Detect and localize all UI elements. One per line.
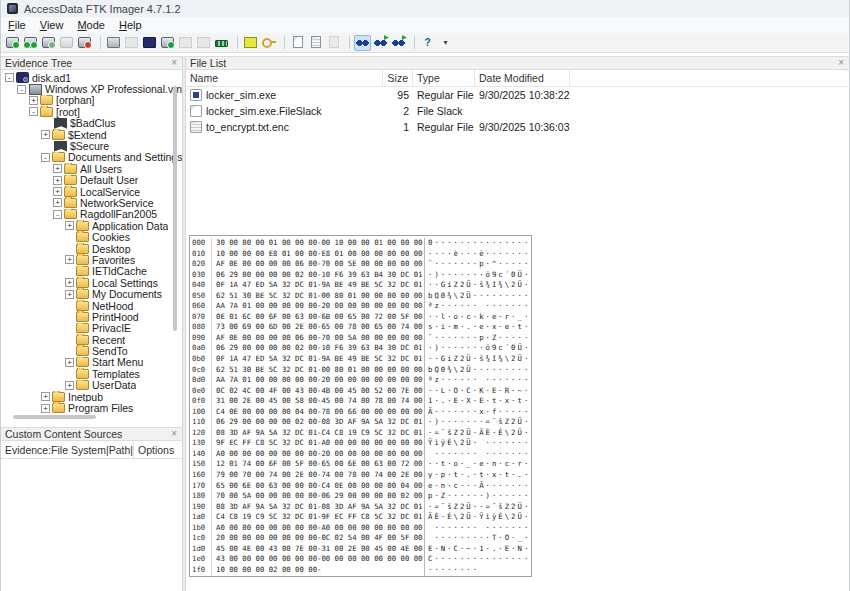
expander-toggle[interactable]: + [29,96,38,105]
hex-row[interactable]: 1a0 C4 C8 19 C9 5C 32 DC 01-9F EC FF C8 … [192,512,531,523]
hex-row[interactable]: 080 73 00 69 00 6D 00 2E 00-65 00 78 00 … [192,322,531,333]
file-row[interactable]: to_encrypt.txt.enc 1 Regular File 9/30/2… [186,119,849,135]
tree-item[interactable]: Recent [1,334,182,345]
tree-item[interactable]: + My Documents [1,288,182,299]
obtain-protected-files[interactable] [177,35,194,51]
export-file-hash-list[interactable] [307,35,324,51]
expander-toggle[interactable]: + [65,290,74,299]
find-next[interactable] [390,35,407,51]
hex-row[interactable]: 050 62 51 30 BE 5C 32 DC 01-00 80 01 00 … [192,291,531,302]
column-size[interactable]: Size [383,70,413,86]
evidence-tree-close-icon[interactable]: × [170,58,178,68]
hex-viewer[interactable]: 000 30 00 00 00 01 00 00 00-00 10 00 00 … [189,235,532,577]
tree-item[interactable]: - Documents and Settings [1,152,182,163]
tree-item[interactable]: + UserData [1,380,182,391]
hex-row[interactable]: 040 0F 1A 47 ED 5A 32 DC 01-9A BE 49 BE … [192,280,531,291]
column-name[interactable]: Name [186,70,383,86]
expander-toggle[interactable]: + [53,198,62,207]
column-type[interactable]: Type [413,70,475,86]
tree-item[interactable]: + Program Files [1,402,182,413]
tree-vertical-scrollbar[interactable] [173,86,177,331]
tree-item[interactable]: - disk.ad1 [1,72,182,83]
expander-toggle[interactable]: + [41,392,50,401]
expander-toggle[interactable]: - [53,210,62,219]
hex-row[interactable]: 1f0 10 00 00 00 02 00 00 00- ········ [192,565,531,576]
column-evidence-path[interactable]: Evidence:File System|Path|File [1,441,134,458]
hex-row[interactable]: 160 79 00 70 00 74 00 2E 00-74 00 78 00 … [192,470,531,481]
hex-row[interactable]: 060 AA 7A 01 00 00 00 00 00-20 00 00 00 … [192,301,531,312]
tree-item[interactable]: IETldCache [1,266,182,277]
hex-row[interactable]: 170 65 00 6E 00 63 00 00 00-C4 0E 00 00 … [192,481,531,492]
custom-content-image[interactable] [141,35,158,51]
help[interactable]: ? [419,35,436,51]
hex-row[interactable]: 0b0 0F 1A 47 ED 5A 32 DC 01-9A BE 49 BE … [192,354,531,365]
tree-item[interactable]: NetHood [1,300,182,311]
hex-row[interactable]: 180 70 00 5A 00 00 00 00 00-06 29 00 00 … [192,491,531,502]
tree-item[interactable]: + Local Settings [1,277,182,288]
decrypt-ad1-image[interactable] [260,35,277,51]
tree-item[interactable]: $BadClus [1,118,182,129]
expander-toggle[interactable]: + [65,255,74,264]
expander-toggle[interactable]: + [53,187,62,196]
tree-item[interactable]: + Application Data [1,220,182,231]
tree-item[interactable]: SendTo [1,345,182,356]
tree-item[interactable]: - RagdollFan2005 [1,209,182,220]
export-logical-image[interactable] [289,35,306,51]
hex-row[interactable]: 0d0 AA 7A 01 00 00 00 00 00-20 00 00 00 … [192,375,531,386]
hex-row[interactable]: 110 06 29 00 00 00 00 02 00-08 3D AF 9A … [192,417,531,428]
tree-item[interactable]: + LocalService [1,186,182,197]
tree-item[interactable]: $Secure [1,140,182,151]
tree-item[interactable]: + NetworkService [1,197,182,208]
expander-toggle[interactable]: + [65,278,74,287]
add-evidence-item[interactable] [4,35,21,51]
menu-mode[interactable]: Mode [70,19,112,31]
hex-row[interactable]: 020 AF 0E 00 00 00 00 06 00-70 00 5E 00 … [192,259,531,270]
hex-row[interactable]: 100 C4 0E 00 00 00 00 04 00-78 00 66 00 … [192,407,531,418]
export-directory-listing[interactable] [325,35,342,51]
toolbar-options[interactable]: ▾ [437,35,454,51]
expander-toggle[interactable]: + [41,404,50,413]
hex-row[interactable]: 000 30 00 00 00 01 00 00 00-00 10 00 00 … [192,238,531,249]
hex-row[interactable]: 0a0 06 29 00 00 00 00 02 00-10 F6 39 63 … [192,343,531,354]
file-row[interactable]: locker_sim.exe 95 Regular File 9/30/2025… [186,87,849,103]
hex-row[interactable]: 090 AF 0E 00 00 00 00 06 00-70 00 5A 00 … [192,333,531,344]
hex-row[interactable]: 190 08 3D AF 9A 5A 32 DC 01-08 3D AF 9A … [192,502,531,513]
tree-item[interactable]: - [root] [1,106,182,117]
image-mounting[interactable] [40,35,57,51]
menu-file[interactable]: File [1,19,33,31]
hex-row[interactable]: 1c0 20 00 00 00 00 00 00 00-0C 02 54 00 … [192,533,531,544]
hex-row[interactable]: 120 08 3D AF 9A 5A 32 DC 01-C4 C8 19 C9 … [192,428,531,439]
hex-row[interactable]: 1e0 43 00 00 00 00 00 00 00-00 00 00 00 … [192,554,531,565]
hex-row[interactable]: 0c0 62 51 30 BE 5C 32 DC 01-00 80 01 00 … [192,365,531,376]
tree-item[interactable]: PrintHood [1,311,182,322]
tree-item[interactable]: Templates [1,368,182,379]
expander-toggle[interactable]: + [41,130,50,139]
hex-row[interactable]: 070 0E 01 6C 00 6F 00 63 00-6B 00 65 00 … [192,312,531,323]
capture-memory[interactable] [159,35,176,51]
file-row[interactable]: locker_sim.exe.FileSlack 2 File Slack [186,103,849,119]
column-date-modified[interactable]: Date Modified [475,70,570,86]
tree-item[interactable]: + $Extend [1,129,182,140]
expander-toggle[interactable]: + [65,358,74,367]
expander-toggle[interactable]: + [65,221,74,230]
tree-item[interactable]: Cookies [1,231,182,242]
column-options[interactable]: Options [134,441,182,458]
hex-row[interactable]: 1b0 A0 00 00 00 00 00 00 00-A0 00 00 00 … [192,523,531,534]
hex-row[interactable]: 150 12 01 74 00 6F 00 5F 00-65 00 6E 00 … [192,459,531,470]
file-list-close-icon[interactable]: × [837,58,845,68]
remove-evidence-item[interactable] [58,35,75,51]
tree-item[interactable]: + All Users [1,163,182,174]
hex-row[interactable]: 130 9F EC FF C8 5C 32 DC 01-A0 00 00 00 … [192,438,531,449]
tree-horizontal-scrollbar[interactable] [13,415,96,419]
expander-toggle[interactable]: + [53,164,62,173]
add-all-attached-devices[interactable] [22,35,39,51]
expander-toggle[interactable]: - [5,73,14,82]
tree-item[interactable]: + Favorites [1,254,182,265]
hex-row[interactable]: 1d0 45 00 4E 00 43 00 7E 00-31 00 2E 00 … [192,544,531,555]
verify-drive-image[interactable] [242,35,259,51]
tree-item[interactable]: PrivacIE [1,323,182,334]
find-previous[interactable] [372,35,389,51]
tree-item[interactable]: + [orphan] [1,95,182,106]
export-disk-image[interactable] [123,35,140,51]
tree-item[interactable]: - Windows XP Professional.vmdk\Par [1,83,182,94]
